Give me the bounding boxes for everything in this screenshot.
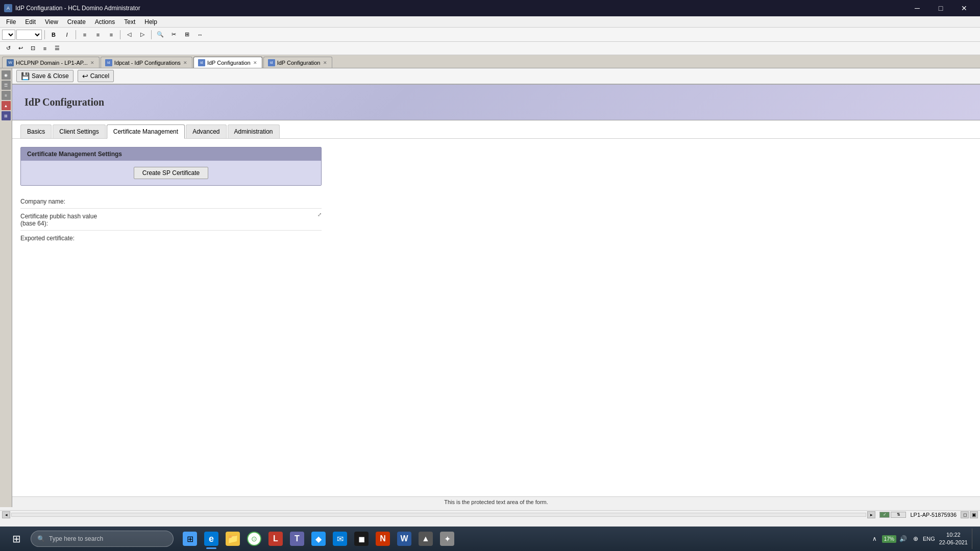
toolbar-btn-4[interactable]: ◁ xyxy=(123,29,135,40)
edge-icon-btn[interactable]: e xyxy=(201,529,222,549)
menu-file[interactable]: File xyxy=(2,17,20,27)
scroll-bar: ◂ ▸ ✓ ⇅ LP1-AP-51875936 ◻ ▣ xyxy=(0,510,980,518)
mail-icon-btn[interactable]: ✉ xyxy=(330,529,350,549)
taskbar-icons: ⊞ e 📁 ⊙ L T ◆ ✉ ◼ N W xyxy=(180,529,457,549)
menu-text[interactable]: Text xyxy=(120,17,139,27)
volume-icon[interactable]: 🔊 xyxy=(898,534,909,544)
start-button[interactable]: ⊞ xyxy=(4,529,29,549)
word-icon-btn[interactable]: W xyxy=(394,529,414,549)
menu-create[interactable]: Create xyxy=(63,17,90,27)
section-header: Certificate Management Settings xyxy=(21,147,321,161)
toolbar2-btn-4[interactable]: ≡ xyxy=(39,43,51,54)
toolbar2-btn-5[interactable]: ☰ xyxy=(51,43,63,54)
notes-icon: N xyxy=(376,532,390,546)
cert-hash-label: Certificate public hash value(base 64): xyxy=(20,212,133,227)
toolbar-sep-2 xyxy=(76,30,76,39)
language-indicator[interactable]: ENG xyxy=(923,536,935,542)
app12-icon-btn[interactable]: ▲ xyxy=(415,529,436,549)
toolbar-size-select[interactable] xyxy=(16,30,42,40)
minimize-button[interactable]: ─ xyxy=(905,0,929,16)
clock-time: 10:22 xyxy=(939,531,968,539)
show-desktop-btn[interactable] xyxy=(972,529,976,549)
form-content: Certificate Management Settings Create S… xyxy=(12,139,980,253)
page-title: IdP Configuration xyxy=(24,96,104,108)
cancel-button[interactable]: ↩ Cancel xyxy=(78,70,114,82)
toolbar-sep-1 xyxy=(44,30,45,39)
sidebar-icon-2[interactable]: ☰ xyxy=(2,81,11,90)
app13-icon-btn[interactable]: ✦ xyxy=(437,529,457,549)
tab-advanced[interactable]: Advanced xyxy=(186,124,226,138)
italic-button[interactable]: I xyxy=(61,29,73,40)
tab-hclpnp[interactable]: W HCLPNP Domain - LP1-AP... ✕ xyxy=(2,57,100,68)
lynda-icon-btn[interactable]: L xyxy=(265,529,286,549)
systray: ∧ 17% 🔊 ⊕ ENG xyxy=(870,534,935,544)
taskview-button[interactable]: ⊞ xyxy=(180,529,200,549)
tab-icon-4: id xyxy=(268,59,275,66)
status-green: ✓ xyxy=(879,512,890,518)
network-icon[interactable]: ⊕ xyxy=(911,534,921,544)
tray-up-arrow[interactable]: ∧ xyxy=(870,534,880,544)
maximize-button[interactable]: □ xyxy=(929,0,952,16)
toolbar-expand[interactable]: ↔ xyxy=(194,29,206,40)
tab-close-2[interactable]: ✕ xyxy=(183,60,188,65)
explorer-icon-btn[interactable]: 📁 xyxy=(223,529,243,549)
menu-view[interactable]: View xyxy=(41,17,62,27)
toolbar2-btn-1[interactable]: ↺ xyxy=(2,43,14,54)
toolbar-btn-2[interactable]: ≡ xyxy=(92,29,104,40)
title-bar: A IdP Configuration - HCL Domino Adminis… xyxy=(0,0,980,16)
tab-close-4[interactable]: ✕ xyxy=(323,60,328,65)
notes-icon-btn[interactable]: N xyxy=(373,529,393,549)
create-sp-certificate-button[interactable]: Create SP Certificate xyxy=(134,167,209,179)
menu-help[interactable]: Help xyxy=(140,17,161,27)
toolbar2-btn-2[interactable]: ↩ xyxy=(14,43,27,54)
tab-close-3[interactable]: ✕ xyxy=(253,60,258,65)
tab-idp-config-2[interactable]: id IdP Configuration ✕ xyxy=(263,57,332,68)
tab-close-1[interactable]: ✕ xyxy=(90,60,95,65)
sidebar-icon-4[interactable]: ▲ xyxy=(2,101,11,110)
sidebar-icon-1[interactable]: ◉ xyxy=(2,70,11,80)
app9-icon-btn[interactable]: ◼ xyxy=(351,529,372,549)
clock[interactable]: 10:22 22-06-2021 xyxy=(939,531,968,547)
tab-idpcat[interactable]: id Idpcat - IdP Configurations ✕ xyxy=(101,57,192,68)
toolbar-btn-6[interactable]: ✂ xyxy=(167,29,180,40)
tab-client-settings[interactable]: Client Settings xyxy=(53,124,105,138)
explorer-icon: 📁 xyxy=(226,532,240,546)
sidebar-icon-5[interactable]: ⊞ xyxy=(2,111,11,120)
sidebar-icon-3[interactable]: ≡ xyxy=(2,91,11,100)
menu-edit[interactable]: Edit xyxy=(21,17,40,27)
section-body: Create SP Certificate xyxy=(21,161,321,185)
cancel-icon: ↩ xyxy=(82,72,88,80)
toolbar-btn-1[interactable]: ≡ xyxy=(79,29,91,40)
app7-icon: ◆ xyxy=(311,532,326,546)
toolbar-btn-5[interactable]: ▷ xyxy=(136,29,149,40)
app12-icon: ▲ xyxy=(419,532,433,546)
tab-certificate-management[interactable]: Certificate Management xyxy=(107,124,185,139)
expand-icon[interactable]: ⤢ xyxy=(317,212,322,217)
tab-icon-1: W xyxy=(7,59,14,66)
app7-icon-btn[interactable]: ◆ xyxy=(308,529,329,549)
status-indicators: ✓ ⇅ xyxy=(879,512,906,518)
taskbar-search[interactable]: 🔍 Type here to search xyxy=(31,531,174,547)
teams-icon-btn[interactable]: T xyxy=(287,529,307,549)
chrome-icon-btn[interactable]: ⊙ xyxy=(244,529,264,549)
tab-administration[interactable]: Administration xyxy=(228,124,280,138)
resize-btn-1[interactable]: ◻ xyxy=(961,511,969,518)
save-icon: 💾 xyxy=(21,72,30,80)
scroll-right[interactable]: ▸ xyxy=(867,511,875,518)
exported-cert-row: Exported certificate: xyxy=(20,231,322,245)
resize-btn-2[interactable]: ▣ xyxy=(970,511,978,518)
toolbar-font-select[interactable] xyxy=(2,30,15,40)
menu-actions[interactable]: Actions xyxy=(91,17,119,27)
toolbar-btn-3[interactable]: ≡ xyxy=(105,29,117,40)
save-close-button[interactable]: 💾 Save & Close xyxy=(16,70,74,82)
scroll-left[interactable]: ◂ xyxy=(2,511,10,518)
bold-button[interactable]: B xyxy=(47,29,60,40)
window-title: IdP Configuration - HCL Domino Administr… xyxy=(15,5,140,12)
tab-basics[interactable]: Basics xyxy=(20,124,52,138)
toolbar: B I ≡ ≡ ≡ ◁ ▷ 🔍 ✂ ⊞ ↔ xyxy=(0,28,980,42)
tab-idp-config-1[interactable]: id IdP Configuration ✕ xyxy=(193,57,262,68)
toolbar-btn-search[interactable]: 🔍 xyxy=(154,29,166,40)
close-button[interactable]: ✕ xyxy=(952,0,976,16)
toolbar-btn-7[interactable]: ⊞ xyxy=(181,29,193,40)
toolbar2-btn-3[interactable]: ⊡ xyxy=(27,43,39,54)
